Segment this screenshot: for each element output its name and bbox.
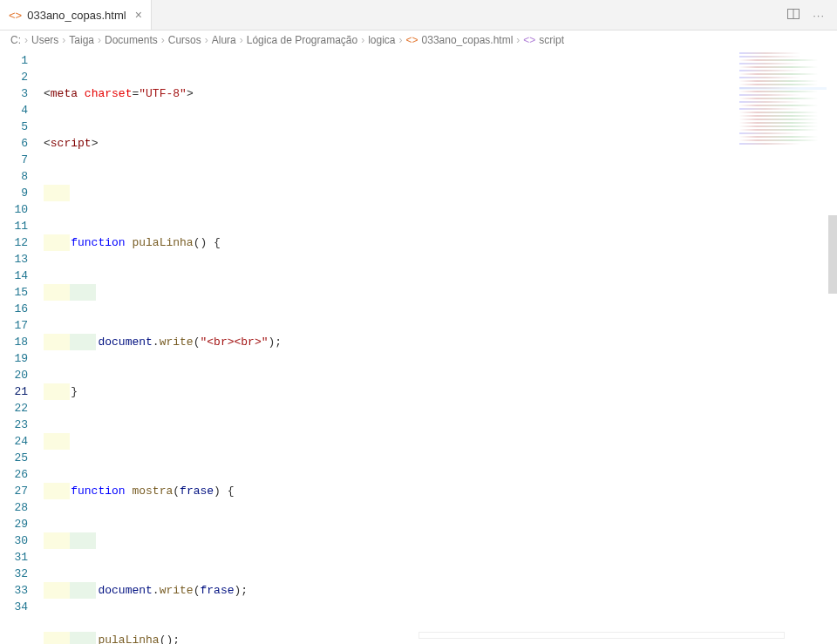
- chevron-right-icon: ›: [399, 34, 403, 46]
- chevron-right-icon: ›: [361, 34, 364, 46]
- line-number: 24: [0, 433, 28, 450]
- chevron-right-icon: ›: [240, 34, 243, 46]
- line-number: 10: [0, 201, 28, 218]
- line-number: 12: [0, 234, 28, 251]
- breadcrumb-item[interactable]: Users: [31, 34, 58, 46]
- line-number: 34: [0, 599, 28, 615]
- tab-bar: <> 033ano_copas.html × ···: [0, 0, 837, 31]
- line-number: 31: [0, 549, 28, 566]
- html-file-icon: <>: [406, 34, 418, 46]
- line-number: 19: [0, 350, 28, 367]
- vertical-scrollbar[interactable]: [828, 50, 837, 644]
- breadcrumb-item[interactable]: Documents: [105, 34, 158, 46]
- line-number: 4: [0, 102, 28, 119]
- chevron-right-icon: ›: [205, 34, 208, 46]
- close-tab-icon[interactable]: ×: [135, 8, 142, 22]
- split-editor-icon[interactable]: [786, 7, 800, 24]
- line-number: 6: [0, 135, 28, 152]
- line-number: 2: [0, 69, 28, 85]
- tab-title: 033ano_copas.html: [27, 9, 126, 22]
- breadcrumb-item[interactable]: Alura: [212, 34, 236, 46]
- line-number: 25: [0, 450, 28, 466]
- line-number: 23: [0, 417, 28, 433]
- editor-tab[interactable]: <> 033ano_copas.html ×: [0, 0, 152, 30]
- line-number: 28: [0, 499, 28, 516]
- line-number: 8: [0, 168, 28, 185]
- breadcrumb-item[interactable]: 033ano_copas.html: [422, 34, 514, 46]
- line-number: 5: [0, 119, 28, 135]
- line-number: 15: [0, 284, 28, 301]
- line-number: 27: [0, 483, 28, 499]
- line-number: 26: [0, 466, 28, 483]
- chevron-right-icon: ›: [62, 34, 65, 46]
- chevron-right-icon: ›: [161, 34, 165, 46]
- breadcrumb-item[interactable]: Lógica de Programação: [247, 34, 357, 46]
- chevron-right-icon: ›: [516, 34, 520, 46]
- tab-actions: ···: [786, 0, 837, 30]
- breadcrumb-item[interactable]: C:: [10, 34, 21, 46]
- line-number: 11: [0, 218, 28, 234]
- line-number: 33: [0, 582, 28, 599]
- horizontal-scrollbar[interactable]: [418, 632, 785, 639]
- breadcrumb-item[interactable]: Cursos: [168, 34, 201, 46]
- breadcrumb-item[interactable]: Taiga: [69, 34, 94, 46]
- line-number: 20: [0, 367, 28, 383]
- line-number: 1: [0, 52, 28, 69]
- breadcrumb-item[interactable]: logica: [368, 34, 395, 46]
- line-number: 21: [0, 383, 28, 400]
- line-number: 14: [0, 268, 28, 284]
- script-symbol-icon: <>: [523, 34, 535, 46]
- line-number: 18: [0, 334, 28, 350]
- line-number-gutter: 1234567891011121314151617181920212223242…: [0, 50, 44, 644]
- line-number: 32: [0, 566, 28, 582]
- line-number: 3: [0, 85, 28, 102]
- scrollbar-thumb[interactable]: [828, 215, 837, 294]
- line-number: 9: [0, 185, 28, 201]
- line-number: 7: [0, 152, 28, 168]
- html-file-icon: <>: [9, 9, 22, 22]
- chevron-right-icon: ›: [98, 34, 101, 46]
- line-number: 17: [0, 317, 28, 334]
- editor[interactable]: 1234567891011121314151617181920212223242…: [0, 50, 837, 644]
- breadcrumb-item[interactable]: script: [539, 34, 564, 46]
- breadcrumb[interactable]: C:› Users› Taiga› Documents› Cursos› Alu…: [0, 31, 837, 50]
- line-number: 13: [0, 251, 28, 268]
- line-number: 22: [0, 400, 28, 417]
- more-actions-icon[interactable]: ···: [813, 9, 825, 22]
- code-area[interactable]: <meta charset="UTF-8"> <script> function…: [44, 50, 837, 644]
- line-number: 29: [0, 516, 28, 532]
- chevron-right-icon: ›: [24, 34, 28, 46]
- line-number: 16: [0, 301, 28, 317]
- line-number: 30: [0, 532, 28, 549]
